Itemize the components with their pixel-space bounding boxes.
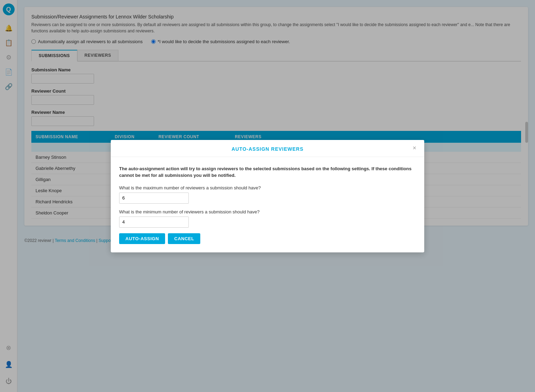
cancel-button[interactable]: CANCEL — [168, 233, 200, 244]
modal-header: AUTO-ASSIGN REVIEWERS × — [111, 140, 424, 157]
modal-close-button[interactable]: × — [410, 144, 419, 152]
auto-assign-modal: AUTO-ASSIGN REVIEWERS × The auto-assignm… — [111, 140, 424, 252]
modal-title: AUTO-ASSIGN REVIEWERS — [232, 146, 304, 152]
modal-body: The auto-assignment action will try to a… — [111, 157, 424, 252]
max-reviewers-label: What is the maximum number of reviewers … — [119, 185, 416, 190]
min-reviewers-label: What is the minimum number of reviewers … — [119, 209, 416, 214]
modal-overlay: AUTO-ASSIGN REVIEWERS × The auto-assignm… — [0, 0, 535, 392]
auto-assign-button[interactable]: AUTO-ASSIGN — [119, 233, 165, 244]
max-reviewers-input[interactable] — [119, 193, 189, 204]
modal-description: The auto-assignment action will try to a… — [119, 165, 416, 179]
modal-buttons: AUTO-ASSIGN CANCEL — [119, 233, 416, 244]
min-reviewers-input[interactable] — [119, 217, 189, 228]
modal-description-text: The auto-assignment action will try to a… — [119, 166, 411, 178]
